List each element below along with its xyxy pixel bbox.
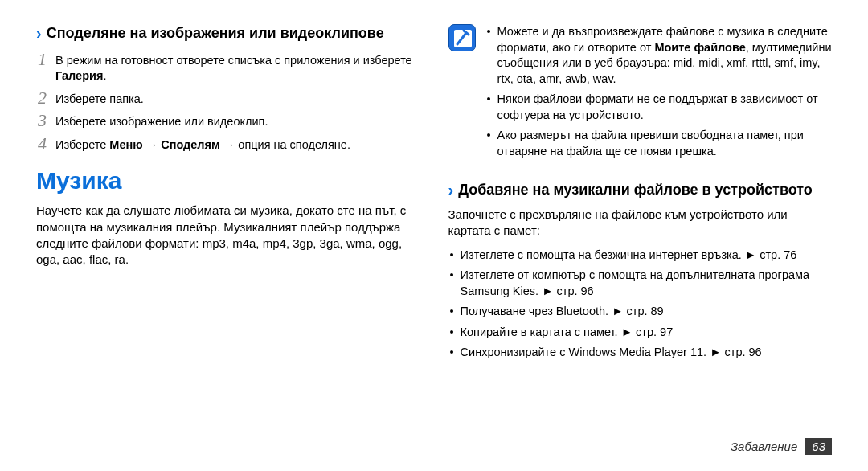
list-item: Получаване чрез Bluetooth. ► стр. 89	[448, 304, 833, 320]
bullet-text: Изтеглете с помощта на безжична интернет…	[461, 248, 797, 264]
list-item: 2 Изберете папка.	[38, 89, 420, 108]
note-icon	[448, 24, 476, 51]
bullet-text: Ако размерът на файла превиши свободната…	[497, 128, 832, 159]
music-paragraph: Научете как да слушате любимата си музик…	[36, 203, 420, 268]
bullet-text: Някои файлови формати не се поддържат в …	[497, 92, 832, 123]
list-item: 3 Изберете изображение или видеоклип.	[38, 112, 420, 130]
bullet-text: Синхронизирайте с Windows Media Player 1…	[461, 345, 762, 361]
list-item: Синхронизирайте с Windows Media Player 1…	[448, 345, 833, 361]
note-bullet: Ако размерът на файла превиши свободната…	[485, 128, 833, 159]
step-suffix: → опция на споделяне.	[220, 138, 350, 151]
list-item: 1 В режим на готовност отворете списъка …	[38, 51, 420, 84]
heading-text: Добавяне на музикални файлове в устройст…	[458, 181, 813, 199]
note-bullet: Можете и да възпроизвеждате файлове с му…	[485, 24, 833, 87]
step-prefix: Изберете	[55, 138, 109, 151]
music-title: Музика	[36, 167, 420, 195]
chevron-icon: ›	[448, 181, 454, 199]
step-text: Изберете папка.	[55, 89, 144, 108]
list-item: Изтеглете с помощта на безжична интернет…	[448, 248, 833, 264]
list-item: Копирайте в картата с памет. ► стр. 97	[448, 325, 833, 341]
chevron-icon: ›	[36, 24, 42, 42]
step-prefix: В режим на готовност отворете списъка с …	[55, 54, 412, 67]
step-number: 1	[38, 51, 55, 68]
step-bold: Меню	[109, 138, 142, 151]
step-number: 2	[38, 89, 55, 107]
section-heading-sharing: › Споделяне на изображения или видеоклип…	[36, 24, 420, 43]
page-number: 63	[805, 438, 832, 455]
bullet-text: Изтеглете от компютър с помощта на допъл…	[461, 268, 832, 299]
step-suffix: .	[103, 69, 106, 82]
step-text: В режим на готовност отворете списъка с …	[55, 51, 420, 84]
right-column: Можете и да възпроизвеждате файлове с му…	[448, 24, 833, 366]
step-text: Изберете изображение или видеоклип.	[55, 112, 268, 130]
heading-text: Споделяне на изображения или видеоклипов…	[47, 24, 384, 43]
list-item: 4 Изберете Меню → Споделям → опция на сп…	[38, 135, 420, 154]
bullet-bold: Моите файлове	[654, 41, 745, 54]
add-music-paragraph: Започнете с прехвърляне на файлове към у…	[448, 207, 833, 240]
step-text: Изберете Меню → Споделям → опция на спод…	[55, 135, 350, 154]
section-heading-add-music: › Добавяне на музикални файлове в устрой…	[448, 181, 833, 199]
arrow-icon: →	[143, 138, 162, 151]
step-number: 4	[38, 135, 55, 153]
steps-list: 1 В режим на готовност отворете списъка …	[36, 51, 420, 154]
note-box: Можете и да възпроизвеждате файлове с му…	[448, 24, 833, 165]
step-number: 3	[38, 112, 55, 129]
step-bold: Галерия	[55, 69, 103, 82]
bullet-text: Получаване чрез Bluetooth. ► стр. 89	[461, 304, 664, 320]
left-column: › Споделяне на изображения или видеоклип…	[36, 24, 420, 366]
note-bullet: Някои файлови формати не се поддържат в …	[485, 92, 833, 123]
step-bold2: Споделям	[161, 138, 220, 151]
footer-section-label: Забавление	[731, 440, 797, 453]
add-music-bullets: Изтеглете с помощта на безжична интернет…	[448, 248, 833, 361]
note-bullets: Можете и да възпроизвеждате файлове с му…	[485, 24, 833, 165]
page-footer: Забавление 63	[731, 438, 832, 455]
bullet-text: Копирайте в картата с памет. ► стр. 97	[461, 325, 674, 341]
list-item: Изтеглете от компютър с помощта на допъл…	[448, 268, 833, 299]
